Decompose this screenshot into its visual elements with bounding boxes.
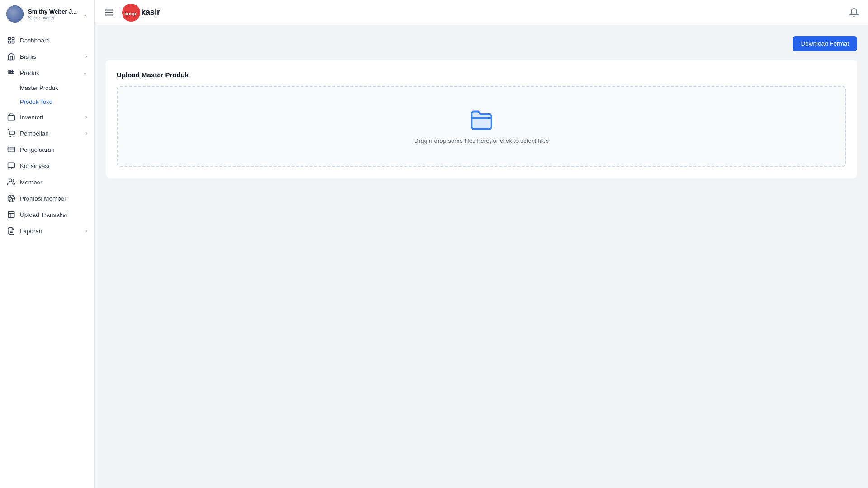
svg-rect-3 <box>12 41 14 43</box>
sidebar-item-produk[interactable]: Produk ⌄ <box>0 65 94 81</box>
pembelian-icon <box>7 129 15 137</box>
dropzone[interactable]: Drag n drop some files here, or click to… <box>117 86 846 167</box>
sidebar-item-pembelian[interactable]: Pembelian › <box>0 125 94 141</box>
sidebar-item-produk-toko[interactable]: Produk Toko <box>0 95 94 109</box>
svg-point-5 <box>10 136 11 137</box>
upload-card-title: Upload Master Produk <box>117 71 846 79</box>
sidebar-item-bisnis[interactable]: Bisnis › <box>0 48 94 65</box>
svg-point-6 <box>14 136 14 137</box>
sidebar-item-label: Bisnis <box>20 53 81 60</box>
svg-rect-9 <box>8 163 15 168</box>
user-role: Store owner <box>28 15 78 20</box>
upload-transaksi-icon <box>7 211 15 219</box>
chevron-right-icon: › <box>85 130 87 136</box>
svg-rect-7 <box>8 147 15 152</box>
username: Smithy Weber J... <box>28 8 78 15</box>
svg-rect-0 <box>8 37 10 39</box>
chevron-right-icon: › <box>85 114 87 120</box>
sidebar-nav: Dashboard Bisnis › Produk ⌄ <box>0 28 94 243</box>
download-format-button[interactable]: Download Format <box>793 36 857 51</box>
logo-text: kasir <box>141 8 160 17</box>
user-info: Smithy Weber J... Store owner <box>28 8 78 20</box>
notification-icon[interactable] <box>849 8 859 18</box>
dashboard-icon <box>7 36 15 44</box>
inventori-icon <box>7 113 15 121</box>
chevron-right-icon: › <box>85 53 87 60</box>
logo-icon: coop <box>121 3 141 23</box>
chevron-right-icon: › <box>85 228 87 234</box>
member-icon <box>7 178 15 186</box>
logo: coop kasir <box>121 3 160 23</box>
laporan-icon <box>7 227 15 235</box>
sidebar-item-konsinyasi[interactable]: Konsinyasi <box>0 158 94 174</box>
produk-icon <box>7 69 15 77</box>
sidebar-item-label: Dashboard <box>20 37 87 44</box>
sidebar: Smithy Weber J... Store owner ⌄ Dashboar… <box>0 0 95 488</box>
sidebar-item-label: Konsinyasi <box>20 163 87 169</box>
sidebar-user[interactable]: Smithy Weber J... Store owner ⌄ <box>0 0 94 28</box>
page-content: Download Format Upload Master Produk Dra… <box>95 25 868 488</box>
chevron-down-icon: ⌄ <box>83 70 87 76</box>
avatar <box>6 5 24 23</box>
konsinyasi-icon <box>7 162 15 170</box>
menu-icon[interactable] <box>104 8 114 18</box>
dropzone-text: Drag n drop some files here, or click to… <box>414 137 549 144</box>
sidebar-item-upload-transaksi[interactable]: Upload Transaksi <box>0 206 94 223</box>
sidebar-item-label: Member <box>20 179 87 186</box>
svg-rect-2 <box>8 41 10 43</box>
bisnis-icon <box>7 52 15 61</box>
svg-rect-12 <box>8 211 14 218</box>
sidebar-item-label: Pengeluaran <box>20 146 87 153</box>
page-toolbar: Download Format <box>106 36 857 51</box>
sidebar-item-label: Produk <box>20 70 78 76</box>
sidebar-item-promosi-member[interactable]: Promosi Member <box>0 190 94 206</box>
sidebar-item-inventori[interactable]: Inventori › <box>0 109 94 125</box>
pengeluaran-icon <box>7 145 15 154</box>
master-produk-label: Master Produk <box>20 84 58 91</box>
sidebar-item-label: Laporan <box>20 228 81 235</box>
upload-card: Upload Master Produk Drag n drop some fi… <box>106 60 857 178</box>
svg-text:coop: coop <box>124 11 137 16</box>
sidebar-item-master-produk[interactable]: Master Produk <box>0 81 94 95</box>
svg-rect-1 <box>12 37 14 39</box>
sidebar-item-dashboard[interactable]: Dashboard <box>0 32 94 48</box>
sidebar-item-pengeluaran[interactable]: Pengeluaran <box>0 141 94 158</box>
sidebar-item-label: Inventori <box>20 114 81 121</box>
sidebar-item-member[interactable]: Member <box>0 174 94 190</box>
produk-toko-label: Produk Toko <box>20 99 52 105</box>
sidebar-item-label: Upload Transaksi <box>20 211 87 218</box>
sidebar-item-label: Pembelian <box>20 130 81 137</box>
topbar: coop kasir <box>95 0 868 25</box>
sidebar-item-label: Promosi Member <box>20 195 87 202</box>
promosi-icon <box>7 194 15 202</box>
main-wrapper: coop kasir Download Format Upload Master… <box>95 0 868 488</box>
svg-rect-4 <box>8 115 15 120</box>
sidebar-item-laporan[interactable]: Laporan › <box>0 223 94 239</box>
svg-point-10 <box>9 179 12 182</box>
folder-open-icon <box>470 108 493 132</box>
chevron-down-icon: ⌄ <box>83 10 88 18</box>
